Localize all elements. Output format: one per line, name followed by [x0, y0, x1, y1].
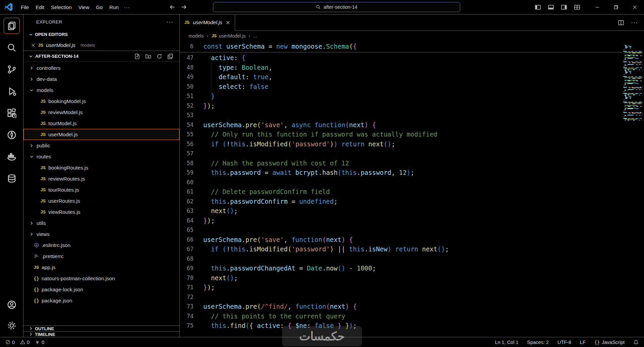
close-editor-icon[interactable]	[31, 43, 36, 48]
explorer-icon[interactable]	[4, 18, 20, 34]
sticky-scroll-line[interactable]: 6const userSchema = new mongoose.Schema(…	[180, 41, 644, 52]
tab-usermodel[interactable]: JS userModel.js	[180, 14, 235, 31]
breadcrumb-item[interactable]: JSuserModel.js	[211, 33, 246, 39]
code-line-58[interactable]: 58 // Hash the password with cost of 12	[180, 158, 644, 168]
breadcrumb-item[interactable]: ...	[253, 33, 257, 39]
restore-button[interactable]	[606, 0, 625, 14]
run-and-debug-icon[interactable]	[4, 83, 20, 99]
problems-errors[interactable]: 0	[5, 340, 15, 345]
tree-item-userRoutes.js[interactable]: JSuserRoutes.js	[23, 195, 179, 206]
menu-run[interactable]: Run	[106, 3, 122, 12]
mongodb-icon[interactable]	[4, 127, 20, 143]
menu-go[interactable]: Go	[93, 3, 106, 12]
code-line-54[interactable]: 54userSchema.pre('save', async function(…	[180, 120, 644, 130]
code-line-59[interactable]: 59 this.password = await bcrypt.hash(thi…	[180, 168, 644, 178]
code-line-71[interactable]: 71});	[180, 283, 644, 292]
code-line-sticky-6[interactable]: 6const userSchema = new mongoose.Schema(…	[180, 42, 357, 51]
status-eol[interactable]: LF	[580, 340, 586, 345]
open-editor-item[interactable]: JS userModel.js models	[23, 40, 179, 51]
tree-item-views[interactable]: views	[23, 229, 179, 240]
tree-item-utils[interactable]: utils	[23, 217, 179, 229]
collapse-all-icon[interactable]	[167, 53, 173, 59]
workspace-section-header[interactable]: AFTER-SECTION-14	[23, 51, 179, 62]
status-indentation[interactable]: Spaces: 2	[527, 340, 549, 345]
database-icon[interactable]	[4, 170, 20, 187]
code-line-75[interactable]: 75 this.find({ active: { $ne: false } })…	[180, 321, 644, 331]
menu-overflow[interactable]: ···	[122, 3, 132, 12]
toggle-panel-icon[interactable]	[548, 4, 554, 10]
tree-item-reviewModel.js[interactable]: JSreviewModel.js	[23, 107, 179, 118]
tree-item-.prettierrc[interactable]: .prettierrc	[23, 251, 179, 262]
open-editors-header[interactable]: OPEN EDITORS	[23, 29, 179, 40]
code-line-52[interactable]: 52});	[180, 101, 644, 111]
minimize-button[interactable]	[588, 0, 606, 14]
menu-edit[interactable]: Edit	[32, 3, 48, 12]
minimap[interactable]	[622, 41, 644, 337]
code-editor[interactable]: 6const userSchema = new mongoose.Schema(…	[180, 41, 644, 337]
tree-item-models[interactable]: models	[23, 85, 179, 96]
tree-item-bookingRoutes.js[interactable]: JSbookingRoutes.js	[23, 162, 179, 173]
code-line-61[interactable]: 61 // Delete passwordConfirm field	[180, 187, 644, 197]
views-more-actions-icon[interactable]: ···	[166, 18, 173, 26]
code-line-62[interactable]: 62 this.passwordConfirm = undefined;	[180, 197, 644, 206]
command-center-search[interactable]: after-section-14	[213, 2, 460, 12]
forward-arrow-icon[interactable]	[180, 4, 187, 10]
search-icon[interactable]	[4, 40, 20, 56]
accounts-icon[interactable]	[4, 297, 20, 313]
code-line-48[interactable]: 48 type: Boolean,	[180, 63, 644, 72]
close-tab-icon[interactable]	[225, 20, 230, 25]
extensions-icon[interactable]	[4, 105, 20, 121]
tree-item-natours-postman-collection.json[interactable]: {}natours-postman-collection.json	[23, 273, 179, 284]
customize-layout-icon[interactable]	[574, 4, 580, 10]
tree-item-package.json[interactable]: {}package.json	[23, 295, 179, 306]
code-lines[interactable]: 47 active: {48 type: Boolean,49 default:…	[180, 52, 644, 331]
code-line-53[interactable]: 53	[180, 110, 644, 120]
code-line-74[interactable]: 74 // this points to the current query	[180, 311, 644, 321]
back-arrow-icon[interactable]	[169, 4, 176, 10]
status-cursor-position[interactable]: Ln 1, Col 1	[495, 340, 518, 345]
timeline-section-header[interactable]: TIMELINE	[23, 331, 179, 337]
status-encoding[interactable]: UTF-8	[557, 340, 571, 345]
new-file-icon[interactable]	[134, 53, 140, 59]
editor-more-actions-icon[interactable]: ···	[631, 19, 638, 26]
split-editor-icon[interactable]	[618, 19, 624, 26]
tree-item-package-lock.json[interactable]: {}package-lock.json	[23, 284, 179, 295]
code-line-55[interactable]: 55 // Only run this function if password…	[180, 130, 644, 139]
code-line-47[interactable]: 47 active: {	[180, 53, 644, 63]
tree-item-bookingModel.js[interactable]: JSbookingModel.js	[23, 96, 179, 107]
new-folder-icon[interactable]	[145, 53, 151, 59]
code-line-70[interactable]: 70 next();	[180, 273, 644, 283]
toggle-sidebar-left-icon[interactable]	[535, 4, 541, 10]
tree-item-dev-data[interactable]: dev-data	[23, 73, 179, 85]
code-line-68[interactable]: 68	[180, 254, 644, 264]
code-line-64[interactable]: 64});	[180, 216, 644, 226]
outline-section-header[interactable]: OUTLINE	[23, 326, 179, 331]
notifications-bell-icon[interactable]	[633, 340, 639, 345]
menu-selection[interactable]: Selection	[48, 3, 75, 12]
code-line-66[interactable]: 66userSchema.pre('save', function(next) …	[180, 235, 644, 245]
close-window-button[interactable]	[625, 0, 644, 14]
menu-file[interactable]: File	[17, 3, 32, 12]
tree-item-reviewRoutes.js[interactable]: JSreviewRoutes.js	[23, 173, 179, 184]
code-line-69[interactable]: 69 this.passwordChangedAt = Date.now() -…	[180, 263, 644, 273]
refresh-icon[interactable]	[156, 53, 162, 59]
tree-item-app.js[interactable]: JSapp.js	[23, 262, 179, 273]
code-line-63[interactable]: 63 next();	[180, 206, 644, 216]
tree-item-userModel.js[interactable]: JSuserModel.js	[23, 129, 179, 140]
code-line-65[interactable]: 65	[180, 225, 644, 235]
tree-item-.eslintrc.json[interactable]: .eslintrc.json	[23, 240, 179, 251]
status-language-mode[interactable]: {}JavaScript	[594, 340, 625, 345]
code-line-73[interactable]: 73userSchema.pre(/^find/, function(next)…	[180, 302, 644, 311]
code-line-57[interactable]: 57	[180, 149, 644, 158]
tree-item-routes[interactable]: routes	[23, 151, 179, 162]
breadcrumb-item[interactable]: models	[189, 33, 204, 39]
code-line-67[interactable]: 67 if (!this.isModified('password') || t…	[180, 244, 644, 254]
problems-warnings[interactable]: 0	[20, 340, 30, 345]
menu-view[interactable]: View	[75, 3, 93, 12]
source-control-icon[interactable]	[4, 61, 20, 78]
tree-item-tourModel.js[interactable]: JStourModel.js	[23, 118, 179, 129]
code-line-50[interactable]: 50 select: false	[180, 82, 644, 92]
code-line-51[interactable]: 51 }	[180, 91, 644, 101]
code-line-56[interactable]: 56 if (!this.isModified('password')) ret…	[180, 139, 644, 149]
tree-item-tourRoutes.js[interactable]: JStourRoutes.js	[23, 184, 179, 195]
